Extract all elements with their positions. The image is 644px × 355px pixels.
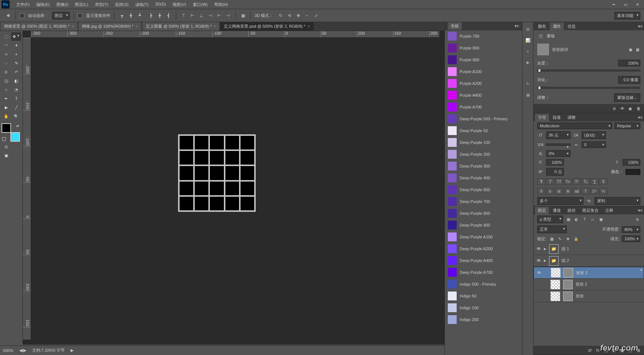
actions-icon[interactable]: ▶ xyxy=(524,58,532,66)
vector-mask-icon[interactable]: ▣ xyxy=(627,46,633,52)
layer-comps-tab[interactable]: 图层复合 xyxy=(579,207,602,214)
hand-tool[interactable]: ✋ xyxy=(1,112,11,120)
align-left-icon[interactable]: ┣ xyxy=(147,12,154,19)
subscript-button[interactable]: T₁ xyxy=(582,178,590,185)
dodge-tool[interactable]: ◔ xyxy=(12,86,21,94)
layer-row[interactable]: 👁形状 2 xyxy=(534,267,644,279)
menu-view[interactable]: 视图(V) xyxy=(170,0,189,9)
blend-mode-select[interactable]: 正常 xyxy=(537,225,567,233)
panel-menu-icon[interactable]: ▾≡ xyxy=(638,115,643,120)
lock-position-icon[interactable]: ✎ xyxy=(557,236,563,242)
feather-input[interactable]: 0.0 像素 xyxy=(618,76,640,84)
filter-toggle-icon[interactable]: ⊘ xyxy=(634,217,640,223)
filter-adjust-icon[interactable]: ◐ xyxy=(573,217,579,223)
align-vcenter-icon[interactable]: ╋ xyxy=(127,12,134,19)
layer-list[interactable]: 👁▶📁组 1👁▶📁组 2👁形状 2形状 2形状 xyxy=(534,243,644,346)
swatch-item[interactable]: Purple 900 xyxy=(445,54,522,66)
quickmask-icon[interactable]: ◎ xyxy=(1,142,11,151)
swatch-item[interactable]: Purple A700 xyxy=(445,101,522,113)
vscale-input[interactable]: 100% xyxy=(546,159,564,166)
titling-icon[interactable]: T xyxy=(582,188,590,194)
3d-slide-icon[interactable]: ↔ xyxy=(303,12,311,19)
menu-type[interactable]: 类型(Y) xyxy=(92,0,112,9)
tab-close-icon[interactable]: × xyxy=(214,24,216,28)
apply-icon[interactable]: ◉ xyxy=(627,105,634,112)
lock-pixels-icon[interactable]: ▦ xyxy=(549,236,555,242)
distribute-left-icon[interactable]: ⊣ xyxy=(207,12,214,19)
disclosure-icon[interactable]: ▶ xyxy=(71,348,74,353)
lasso-tool[interactable]: ◠ xyxy=(1,41,11,49)
layer-row[interactable]: 形状 2 xyxy=(534,279,644,290)
screenmode-icon[interactable]: ▣ xyxy=(1,151,11,159)
auto-select-checkbox[interactable] xyxy=(20,13,24,18)
link-icon[interactable]: ⊘ xyxy=(611,105,617,112)
gradient-tool[interactable]: ◧ xyxy=(12,77,21,85)
new-layer-icon[interactable]: ◰ xyxy=(627,347,634,354)
marquee-tool[interactable]: ⬚ xyxy=(1,32,11,41)
swatch-item[interactable]: Purple 700 xyxy=(445,30,522,42)
history-brush-tool[interactable]: ↶ xyxy=(12,68,21,76)
underline-button[interactable]: T̲ xyxy=(590,178,599,185)
swatch-item[interactable]: Indigo 50 xyxy=(445,290,522,302)
menu-select[interactable]: 选择(S) xyxy=(112,0,132,9)
properties-tab[interactable]: 属性 xyxy=(550,23,564,30)
fi-icon[interactable]: fi xyxy=(537,188,545,194)
group-icon[interactable]: ▣ xyxy=(619,347,626,354)
swatch-item[interactable]: Deep Purple 700 xyxy=(445,196,522,207)
swash-icon[interactable]: A xyxy=(564,188,572,194)
styles-icon[interactable]: ▦ xyxy=(524,91,532,99)
document-tab[interactable]: 网格.jpg @ 100%(RGB/8#) *× xyxy=(78,22,142,31)
crop-tool[interactable]: ⌗ xyxy=(1,50,11,58)
filter-image-icon[interactable]: ▦ xyxy=(565,217,571,223)
swatch-item[interactable]: Indigo 200 xyxy=(445,314,522,325)
baseline-input[interactable]: 0 点 xyxy=(546,168,564,176)
brush-settings-icon[interactable]: ↻ xyxy=(524,80,532,88)
canvas-area[interactable]: -350-300-250-200-150-100-500501001502002… xyxy=(23,31,444,345)
show-transform-checkbox[interactable] xyxy=(78,13,82,18)
mask-edge-button[interactable]: 蒙版边缘... xyxy=(614,93,640,102)
background-swatch[interactable] xyxy=(10,132,20,142)
3d-roll-icon[interactable]: ⟲ xyxy=(286,12,293,19)
type-tool[interactable]: T xyxy=(12,94,21,103)
tab-close-icon[interactable]: × xyxy=(72,24,74,28)
color-swatches[interactable]: ⇄ xyxy=(1,123,20,142)
swatch-item[interactable]: Deep Purple A200 xyxy=(445,243,522,255)
menu-layer[interactable]: 图层(L) xyxy=(72,0,91,9)
move-tool[interactable]: ✥ xyxy=(11,32,21,41)
menu-file[interactable]: 文件(F) xyxy=(13,0,33,9)
distribute-bottom-icon[interactable]: ⊥ xyxy=(198,12,205,19)
menu-filter[interactable]: 滤镜(T) xyxy=(132,0,151,9)
menu-window[interactable]: 窗口(W) xyxy=(190,0,211,9)
leading-input[interactable]: (自动) xyxy=(582,131,606,139)
info-tab[interactable]: 信息 xyxy=(565,23,579,30)
visibility-icon[interactable]: 👁 xyxy=(535,270,543,276)
wand-tool[interactable]: ✦ xyxy=(12,41,21,49)
menu-edit[interactable]: 编辑(E) xyxy=(33,0,53,9)
healing-tool[interactable]: ⟋ xyxy=(1,59,11,67)
tab-close-icon[interactable]: × xyxy=(308,24,310,28)
menu-3d[interactable]: 3D(D) xyxy=(152,0,169,9)
minimize-button[interactable]: ━ xyxy=(609,1,619,8)
swatch-item[interactable]: Deep Purple 800 xyxy=(445,207,522,219)
paragraph-tab[interactable]: 段落 xyxy=(550,114,564,121)
filter-shape-icon[interactable]: ▱ xyxy=(590,217,596,223)
align-right-icon[interactable]: ┫ xyxy=(165,12,172,19)
character-tab[interactable]: 字符 xyxy=(535,114,549,121)
maximize-button[interactable]: ▭ xyxy=(620,1,631,8)
swatch-item[interactable]: Deep Purple 500 - Primary xyxy=(445,113,522,125)
lock-move-icon[interactable]: ✥ xyxy=(565,236,571,242)
swap-colors-icon[interactable]: ⇄ xyxy=(16,124,19,128)
histogram-icon[interactable]: 📊 xyxy=(524,36,532,44)
antialias-select[interactable]: 犀利 xyxy=(594,197,641,205)
half-icon[interactable]: ½ xyxy=(599,188,607,194)
layer-row[interactable]: 形状 xyxy=(534,290,644,302)
font-style-select[interactable]: Regular xyxy=(614,123,640,129)
ordinals-icon[interactable]: ad xyxy=(573,188,581,194)
smallcaps-button[interactable]: Tᴛ xyxy=(564,178,572,185)
swatch-item[interactable]: Deep Purple 600 xyxy=(445,184,522,196)
density-slider[interactable] xyxy=(537,69,640,72)
reset-colors-icon[interactable] xyxy=(2,137,6,141)
swatch-item[interactable]: Deep Purple 300 xyxy=(445,160,522,172)
sigma-icon[interactable]: σ xyxy=(546,188,554,194)
fill-input[interactable]: 100% xyxy=(622,235,640,242)
